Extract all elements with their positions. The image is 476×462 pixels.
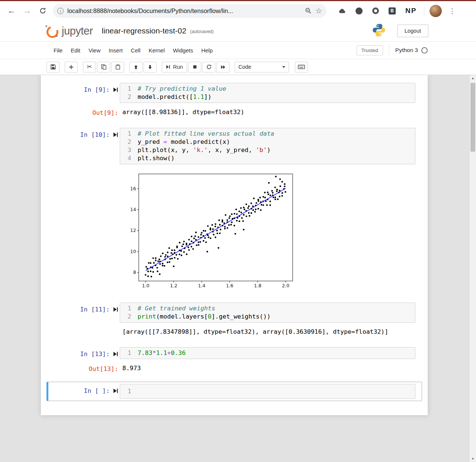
donut-extension-icon[interactable] — [372, 7, 379, 14]
scroll-up-icon[interactable]: ▲ — [470, 75, 476, 81]
input-prompt: In [13]: — [50, 347, 120, 359]
back-icon[interactable]: ← — [4, 3, 19, 19]
np-extension-icon[interactable]: NP — [405, 7, 416, 15]
code-cell-10[interactable]: In [10]: 1# Plot fitted line versus actu… — [46, 126, 422, 297]
matplotlib-figure: 1.01.21.41.61.82.0810121416 — [128, 172, 415, 293]
url-bar[interactable]: i localhost:8888/notebooks/Documents/Pyt… — [53, 4, 327, 18]
bookmark-star-icon[interactable]: ☆ — [315, 6, 322, 15]
notebook-container: In [9]: 1# Try predicting 1 value2model.… — [41, 75, 428, 415]
svg-text:10: 10 — [130, 249, 136, 254]
menu-insert[interactable]: Insert — [104, 44, 127, 57]
run-button[interactable]: Run — [162, 62, 187, 72]
restart-run-all-button[interactable] — [216, 62, 229, 72]
svg-text:8: 8 — [133, 269, 136, 275]
code-editor[interactable]: 1 — [120, 384, 415, 399]
run-button-label: Run — [173, 64, 183, 70]
code-editor[interactable]: 17.83*1.1+0.36 — [120, 347, 415, 359]
logout-button[interactable]: Logout — [397, 25, 428, 37]
code-editor[interactable]: 1# Plot fitted line versus actual data2y… — [120, 128, 415, 164]
output-prompt — [50, 326, 120, 336]
kernel-name: Python 3 — [395, 47, 418, 54]
forward-icon[interactable]: → — [19, 3, 35, 19]
save-button[interactable] — [46, 62, 60, 72]
b-extension-icon[interactable]: B — [389, 7, 396, 14]
svg-text:2.0: 2.0 — [282, 283, 289, 288]
trusted-badge[interactable]: Trusted — [357, 45, 383, 55]
extensions-row: B NP — [335, 7, 416, 15]
cloud-extension-icon[interactable] — [338, 8, 346, 13]
move-cell-down-button[interactable] — [144, 62, 157, 72]
code-cell-9[interactable]: In [9]: 1# Try predicting 1 value2model.… — [46, 81, 422, 123]
menu-help[interactable]: Help — [197, 44, 217, 57]
chevron-down-icon — [282, 66, 285, 68]
run-cell-icon[interactable] — [113, 388, 118, 395]
profile-avatar[interactable] — [430, 5, 442, 17]
plot-output: 1.01.21.41.61.82.0810121416 — [120, 169, 415, 293]
code-editor[interactable]: 1# Try predicting 1 value2model.predict(… — [120, 83, 415, 103]
scroll-down-icon[interactable]: ▼ — [470, 456, 476, 462]
menu-cell[interactable]: Cell — [127, 44, 145, 57]
code-cell-empty-selected[interactable]: In [ ]: 1 — [46, 382, 422, 401]
svg-text:14: 14 — [130, 207, 136, 212]
svg-text:16: 16 — [130, 186, 136, 191]
svg-text:1.0: 1.0 — [142, 283, 149, 288]
url-text[interactable]: localhost:8888/notebooks/Documents/Pytho… — [67, 7, 298, 14]
input-prompt: In [9]: — [50, 83, 120, 103]
menu-edit[interactable]: Edit — [67, 44, 84, 57]
run-cell-icon[interactable] — [113, 307, 118, 314]
run-cell-icon[interactable] — [113, 87, 118, 94]
output-prompt — [50, 169, 120, 293]
svg-text:1.8: 1.8 — [254, 283, 261, 288]
output-prompt: Out[9]: — [50, 106, 120, 117]
reload-icon[interactable] — [35, 3, 51, 19]
menubar-divider — [389, 45, 389, 55]
notebook-toolbar: ✂ Run Code — [0, 59, 476, 75]
page-info-icon[interactable]: i — [57, 8, 64, 14]
output-prompt: Out[13]: — [50, 362, 120, 373]
cell-type-dropdown[interactable]: Code — [235, 62, 289, 72]
input-prompt: In [ ]: — [50, 384, 120, 399]
paste-cell-button[interactable] — [111, 62, 124, 72]
menu-widgets[interactable]: Widgets — [169, 44, 197, 57]
command-palette-button[interactable] — [295, 62, 308, 72]
python-logo-icon — [372, 23, 386, 39]
notebook-menubar: File Edit View Insert Cell Kernel Widget… — [0, 42, 476, 59]
menu-file[interactable]: File — [49, 44, 67, 57]
copy-cell-button[interactable] — [97, 62, 110, 72]
code-editor[interactable]: 1# Get trained weights2print(model.layer… — [120, 303, 415, 323]
scrollbar[interactable]: ▲ ▼ — [470, 75, 476, 462]
input-prompt: In [11]: — [50, 303, 120, 323]
cell-type-value: Code — [238, 64, 251, 70]
notebook-title[interactable]: linear-regression-test-02 — [102, 26, 187, 35]
menu-view[interactable]: View — [84, 44, 104, 57]
jupyter-header: jupyter linear-regression-test-02 (autos… — [0, 20, 476, 42]
output-text: array([[8.98136]], dtype=float32) — [120, 106, 415, 117]
code-cell-11[interactable]: In [11]: 1# Get trained weights2print(mo… — [46, 300, 422, 342]
svg-text:12: 12 — [130, 227, 136, 233]
run-cell-icon[interactable] — [113, 351, 118, 359]
notebook-site: In [9]: 1# Try predicting 1 value2model.… — [0, 75, 476, 462]
restart-kernel-button[interactable] — [202, 62, 215, 72]
jupyter-logo-icon[interactable] — [45, 24, 58, 38]
svg-text:1.6: 1.6 — [226, 283, 234, 288]
browser-menu-icon[interactable]: ⋮ — [446, 7, 458, 15]
chrome-divider — [424, 6, 424, 15]
interrupt-kernel-button[interactable] — [188, 62, 201, 72]
code-cell-13[interactable]: In [13]: 17.83*1.1+0.36 Out[13]: 8.973 — [46, 345, 422, 379]
svg-text:1.4: 1.4 — [198, 283, 205, 288]
add-cell-button[interactable] — [65, 62, 78, 72]
zoom-icon[interactable] — [305, 7, 312, 14]
browser-toolbar: ← → i localhost:8888/notebooks/Documents… — [0, 1, 476, 20]
scrollbar-thumb[interactable] — [470, 83, 475, 152]
move-cell-up-button[interactable] — [129, 62, 142, 72]
kernel-indicator: Python 3 — [395, 47, 428, 54]
input-prompt: In [10]: — [50, 128, 120, 164]
circle-extension-icon[interactable] — [356, 7, 363, 14]
cut-cell-button[interactable]: ✂ — [83, 62, 96, 72]
run-cell-icon[interactable] — [113, 132, 118, 139]
menu-kernel[interactable]: Kernel — [145, 44, 169, 57]
autosave-status: (autosaved) — [190, 29, 213, 34]
output-text: 8.973 — [120, 362, 415, 373]
output-text: [array([[7.8347898]], dtype=float32), ar… — [120, 326, 415, 336]
jupyter-brand[interactable]: jupyter — [62, 25, 93, 37]
